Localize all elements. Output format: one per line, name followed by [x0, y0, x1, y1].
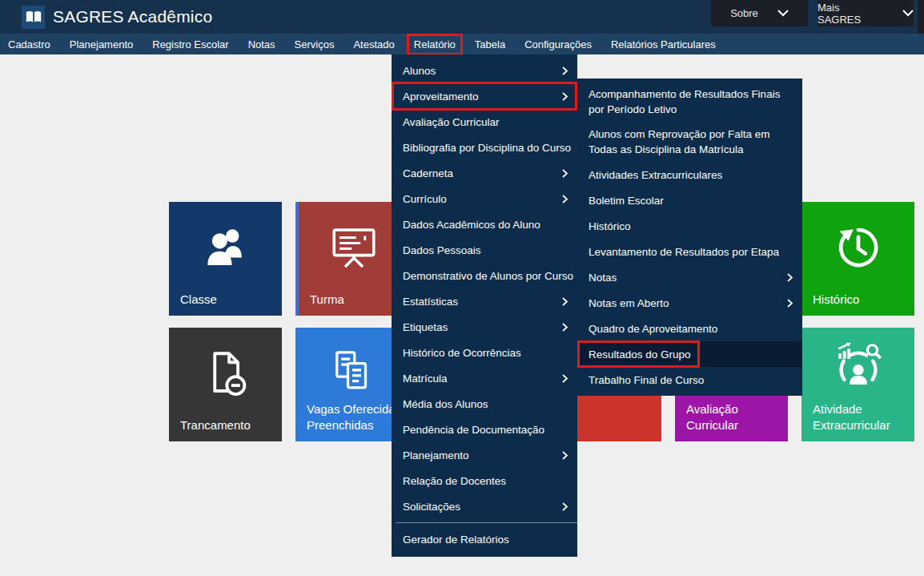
tile-label: Classe	[180, 292, 217, 308]
submenuitem-historico[interactable]: Histórico	[577, 213, 802, 239]
tile-classe[interactable]: Classe	[169, 202, 282, 316]
activity-analysis-icon	[830, 339, 886, 398]
relatorio-dropdown-menu: Alunos Aproveitamento Avaliação Curricul…	[392, 54, 577, 557]
tile-label: Trancamento	[180, 417, 251, 433]
chevron-right-icon	[562, 195, 568, 203]
people-group-icon	[199, 221, 252, 277]
submenuitem-acompanhamento-resultados-finais[interactable]: Acompanhamento de Resultados Finais por …	[577, 82, 802, 122]
tile-label: Vagas Oferecidas Preenchidas	[307, 401, 401, 433]
tile-label: Atividade Extracurricular	[813, 401, 890, 433]
open-book-icon	[25, 10, 42, 24]
chevron-down-icon	[902, 10, 914, 17]
chevron-down-icon	[777, 10, 789, 17]
tile-label: Avaliação Curricular	[686, 401, 738, 433]
chevron-right-icon	[562, 502, 568, 511]
sagres-window: SAGRES Acadêmico Sobre Mais SAGRES Cadas…	[0, 0, 924, 576]
menu-atestado[interactable]: Atestado	[343, 34, 404, 54]
menu-configuracoes[interactable]: Configurações	[515, 34, 601, 54]
menuitem-gerador-relatorios[interactable]: Gerador de Relatórios	[392, 526, 577, 552]
about-dropdown-button[interactable]: Sobre	[711, 0, 808, 26]
menuitem-etiquetas[interactable]: Etiquetas	[392, 314, 577, 340]
menu-cadastro[interactable]: Cadastro	[0, 34, 60, 54]
chevron-right-icon	[787, 273, 793, 282]
menuitem-curriculo[interactable]: Currículo	[392, 186, 577, 211]
menuitem-solicitacoes[interactable]: Solicitações	[392, 493, 577, 519]
menuitem-planejamento[interactable]: Planejamento	[392, 442, 577, 468]
menu-separator	[396, 522, 577, 523]
submenuitem-alunos-reprovacao-falta[interactable]: Alunos com Reprovação por Falta em Todas…	[577, 122, 802, 162]
menu-relatorio[interactable]: Relatório	[404, 34, 465, 54]
submenuitem-notas[interactable]: Notas	[577, 264, 802, 290]
menu-tabela[interactable]: Tabela	[465, 34, 515, 54]
submenuitem-boletim-escolar[interactable]: Boletim Escolar	[577, 187, 802, 213]
menuitem-demonstrativo[interactable]: Demonstrativo de Alunos por Curso	[392, 263, 577, 288]
chevron-right-icon	[562, 297, 568, 306]
main-menubar: Cadastro Planejamento Registro Escolar N…	[0, 34, 924, 54]
menuitem-avaliacao-curricular[interactable]: Avaliação Curricular	[392, 109, 577, 135]
chevron-right-icon	[562, 169, 568, 178]
more-sagres-label: Mais SAGRES	[818, 2, 883, 26]
submenuitem-notas-em-aberto[interactable]: Notas em Aberto	[577, 290, 802, 316]
edge-clipped-button	[918, 0, 924, 38]
more-sagres-dropdown-button[interactable]: Mais SAGRES	[818, 0, 914, 26]
app-header: SAGRES Acadêmico Sobre Mais SAGRES	[0, 0, 924, 34]
document-minus-icon	[199, 347, 252, 403]
submenuitem-levantamento-resultados-etapa[interactable]: Levantamento de Resultados por Etapa	[577, 239, 802, 264]
chevron-right-icon	[562, 92, 568, 101]
presentation-board-icon	[327, 221, 380, 277]
page-title: SAGRES Acadêmico	[53, 0, 212, 34]
chevron-right-icon	[562, 451, 568, 460]
history-clock-icon	[832, 221, 885, 277]
menu-registro-escolar[interactable]: Registro Escolar	[143, 34, 238, 54]
tile-label: Histórico	[813, 292, 859, 308]
submenuitem-quadro-aproveitamento[interactable]: Quadro de Aproveitamento	[577, 316, 802, 341]
menuitem-caderneta[interactable]: Caderneta	[392, 160, 577, 186]
menuitem-pendencia-documentacao[interactable]: Pendência de Documentação	[392, 417, 577, 442]
tile-historico[interactable]: Histórico	[801, 202, 914, 316]
menuitem-estatisticas[interactable]: Estatísticas	[392, 288, 577, 314]
chevron-right-icon	[562, 66, 568, 75]
menuitem-aproveitamento[interactable]: Aproveitamento	[392, 83, 577, 109]
chevron-right-icon	[562, 323, 568, 332]
app-logo	[22, 6, 45, 29]
tile-atividade-extracurricular[interactable]: Atividade Extracurricular	[801, 328, 914, 441]
about-label: Sobre	[730, 7, 758, 19]
menu-relatorio-label: Relatório	[414, 38, 456, 50]
chevron-right-icon	[562, 374, 568, 383]
aproveitamento-submenu: Acompanhamento de Resultados Finais por …	[577, 79, 802, 396]
menuitem-relacao-docentes[interactable]: Relação de Docentes	[392, 468, 577, 493]
menu-servicos[interactable]: Serviços	[285, 34, 344, 54]
tile-trancamento[interactable]: Trancamento	[169, 328, 282, 441]
menuitem-media-alunos[interactable]: Média dos Alunos	[392, 391, 577, 417]
documents-copy-icon	[326, 347, 379, 403]
menuitem-matricula[interactable]: Matrícula	[392, 365, 577, 391]
menu-planejamento[interactable]: Planejamento	[60, 34, 143, 54]
menuitem-dados-pessoais[interactable]: Dados Pessoais	[392, 237, 577, 263]
submenuitem-trabalho-final-curso[interactable]: Trabalho Final de Curso	[577, 367, 802, 393]
menu-relatorios-particulares[interactable]: Relatórios Particulares	[601, 34, 725, 54]
menuitem-bibliografia[interactable]: Bibliografia por Disciplina do Curso	[392, 135, 577, 160]
menuitem-dados-academicos[interactable]: Dados Acadêmicos do Aluno	[392, 211, 577, 237]
tile-label: Turma	[310, 292, 344, 308]
menuitem-historico-ocorrencias[interactable]: Histórico de Ocorrências	[392, 340, 577, 365]
chevron-right-icon	[787, 299, 793, 308]
submenuitem-resultados-do-grupo[interactable]: Resultados do Grupo	[577, 341, 802, 367]
submenuitem-atividades-extracurriculares[interactable]: Atividades Extracurriculares	[577, 162, 802, 187]
menu-notas[interactable]: Notas	[239, 34, 285, 54]
menuitem-alunos[interactable]: Alunos	[392, 58, 577, 83]
